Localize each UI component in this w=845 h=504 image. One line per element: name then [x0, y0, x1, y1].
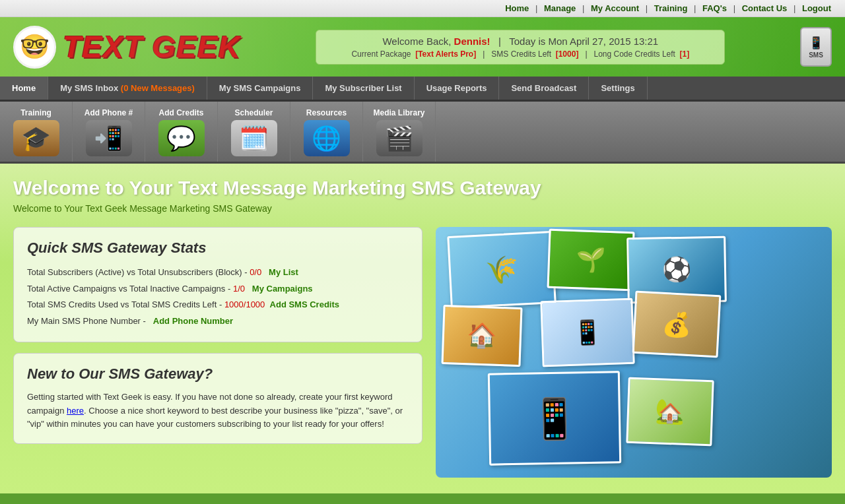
welcome-line2: Current Package [Text Alerts Pro] | SMS …	[329, 49, 711, 59]
stat-campaigns: Total Active Campaigns vs Total Inactive…	[27, 281, 409, 298]
subnav-add-phone[interactable]: Add Phone # 📲	[73, 102, 145, 162]
tab-usage-reports[interactable]: Usage Reports	[415, 77, 500, 100]
new-panel-text: Getting started with Text Geek is easy. …	[27, 391, 409, 431]
logo-text: TEXT GEEK	[63, 29, 241, 65]
photo-2: 🌱	[547, 229, 634, 291]
nav-home[interactable]: Home	[505, 3, 529, 13]
tab-sms-campaigns[interactable]: My SMS Campaigns	[207, 77, 314, 100]
photo-6: 💰	[632, 291, 722, 358]
photo-4: 🏠	[441, 305, 522, 367]
sms-icon-area: 📱 SMS	[800, 27, 832, 67]
nav-faqs[interactable]: FAQ's	[702, 3, 727, 13]
add-credits-icon: 💬	[158, 120, 205, 156]
stat-credits: Total SMS Credits Used vs Total SMS Cred…	[27, 297, 409, 313]
tab-home[interactable]: Home	[0, 77, 48, 100]
stat-phone: My Main SMS Phone Number - Add Phone Num…	[27, 313, 409, 330]
add-phone-icon: 📲	[86, 120, 132, 156]
training-icon: 🎓	[13, 120, 59, 156]
content-layout: Quick SMS Gateway Stats Total Subscriber…	[13, 227, 832, 478]
subnav-scheduler[interactable]: Scheduler 🗓️	[218, 102, 290, 162]
new-panel-title: New to Our SMS Gateway?	[27, 365, 409, 383]
photo-collage: 🌾 🌱 ⚽ 🏠 📱 💰 📱	[436, 227, 832, 478]
photo-1: 🌾	[447, 231, 557, 309]
tab-sms-inbox[interactable]: My SMS Inbox (0 New Messages)	[48, 77, 207, 100]
nav-contact[interactable]: Contact Us	[742, 3, 788, 13]
subnav-media-library-label: Media Library	[368, 106, 430, 119]
package-value: [Text Alerts Pro]	[415, 49, 476, 59]
tab-subscriber-list[interactable]: My Subscriber List	[313, 77, 414, 100]
keyword-link[interactable]: here	[67, 406, 84, 416]
my-list-link[interactable]: My List	[269, 267, 298, 277]
subnav-training[interactable]: Training 🎓	[0, 102, 73, 162]
add-sms-credits-link[interactable]: Add SMS Credits	[270, 299, 339, 309]
new-gateway-panel: New to Our SMS Gateway? Getting started …	[13, 353, 422, 444]
sms-phone-icon: 📱 SMS	[800, 27, 832, 67]
subnav-resources-label: Resources	[301, 106, 352, 119]
date-display: Today is Mon April 27, 2015 13:21	[509, 36, 658, 47]
welcome-box: Welcome Back, Dennis! | Today is Mon Apr…	[316, 30, 725, 65]
sub-navigation: Training 🎓 Add Phone # 📲 Add Credits 💬 S…	[0, 102, 845, 164]
subnav-scheduler-label: Scheduler	[229, 106, 278, 119]
username: Dennis!	[454, 36, 490, 47]
welcome-line1: Welcome Back, Dennis! | Today is Mon Apr…	[329, 36, 711, 47]
nav-logout[interactable]: Logout	[802, 3, 831, 13]
sms-credits-value: [1000]	[556, 49, 579, 59]
photo-7: 🏡	[626, 377, 714, 446]
nav-manage[interactable]: Manage	[544, 3, 576, 13]
stat-subscribers: Total Subscribers (Active) vs Total Unsu…	[27, 265, 409, 281]
subnav-resources[interactable]: Resources 🌐	[290, 102, 363, 162]
add-phone-number-link[interactable]: Add Phone Number	[153, 316, 233, 326]
my-campaigns-link[interactable]: My Campaigns	[252, 284, 313, 294]
long-code-value: [1]	[680, 49, 690, 59]
stats-panel: Quick SMS Gateway Stats Total Subscriber…	[13, 227, 422, 342]
page-subheading: Welcome to Your Text Geek Message Market…	[13, 203, 832, 214]
photo-main: 📱	[488, 371, 621, 465]
subnav-add-credits[interactable]: Add Credits 💬	[145, 102, 218, 162]
subnav-add-credits-label: Add Credits	[153, 106, 209, 119]
site-header: 🤓 TEXT GEEK Welcome Back, Dennis! | Toda…	[0, 17, 845, 77]
logo-face-icon: 🤓	[20, 33, 50, 61]
tab-send-broadcast[interactable]: Send Broadcast	[499, 77, 589, 100]
subnav-training-label: Training	[15, 106, 57, 119]
left-panels: Quick SMS Gateway Stats Total Subscriber…	[13, 227, 422, 478]
nav-training[interactable]: Training	[654, 3, 688, 13]
tab-settings[interactable]: Settings	[589, 77, 647, 100]
resources-icon: 🌐	[304, 120, 350, 156]
top-navigation: Home | Manage | My Account | Training | …	[0, 0, 845, 16]
logo-area: 🤓 TEXT GEEK	[13, 26, 241, 69]
nav-myaccount[interactable]: My Account	[591, 3, 639, 13]
photo-5: 📱	[540, 298, 634, 367]
main-content: Welcome to Your Text Message Marketing S…	[0, 164, 845, 493]
stats-title: Quick SMS Gateway Stats	[27, 239, 409, 257]
subnav-media-library[interactable]: Media Library 🎬	[363, 102, 436, 162]
media-library-icon: 🎬	[376, 120, 422, 156]
scheduler-icon: 🗓️	[231, 120, 277, 156]
hero-image: 🌾 🌱 ⚽ 🏠 📱 💰 📱	[436, 227, 832, 478]
main-navigation: Home My SMS Inbox (0 New Messages) My SM…	[0, 77, 845, 102]
subnav-add-phone-label: Add Phone #	[79, 106, 138, 119]
page-heading: Welcome to Your Text Message Marketing S…	[13, 177, 832, 199]
logo-icon: 🤓	[13, 26, 56, 69]
